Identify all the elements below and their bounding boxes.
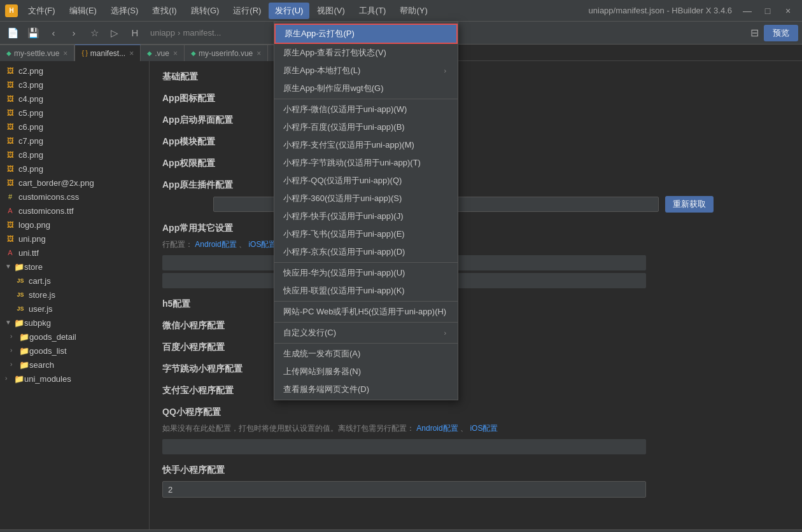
preview-button[interactable]: 预览 (764, 25, 798, 41)
tab-close[interactable]: × (63, 49, 67, 58)
folder-arrow: ▼ (5, 319, 13, 326)
menu-edit[interactable]: 编辑(E) (63, 3, 103, 19)
info-sep: 、 (239, 240, 246, 249)
tab-close3[interactable]: × (257, 49, 261, 58)
menu-native-local-package[interactable]: 原生App-本地打包(L) › (274, 62, 458, 80)
menu-mp-bytedance[interactable]: 小程序-字节跳动(仅适用于uni-app)(T) (274, 154, 458, 172)
tab-close2[interactable]: × (173, 49, 178, 58)
sidebar-folder-goods-list[interactable]: › 📁 goods_list (0, 344, 149, 358)
refresh-appid-button[interactable]: 重新获取 (665, 196, 714, 213)
menu-mp-alipay[interactable]: 小程序-支付宝(仅适用于uni-app)(M) (274, 136, 458, 154)
folder-name: store (24, 262, 43, 272)
menu-view[interactable]: 视图(V) (311, 3, 351, 19)
ios-config-link[interactable]: iOS配置 (248, 240, 276, 249)
tab-vue[interactable]: ◆ .vue × (141, 45, 185, 61)
menu-h5[interactable]: 网站-PC Web或手机H5(仅适用于uni-app)(H) (274, 303, 458, 321)
ttf-icon: A (5, 248, 15, 258)
sidebar-item-c6[interactable]: 🖼 c6.png (0, 120, 149, 134)
sidebar-item-store-js[interactable]: JS store.js (0, 288, 149, 302)
tab-vue-icon: ◆ (6, 50, 11, 57)
section-wechat-mp: 微信小程序配置 (162, 320, 789, 332)
tab-my-settle[interactable]: ◆ my-settle.vue × (0, 45, 74, 61)
sidebar-item-logo[interactable]: 🖼 logo.png (0, 218, 149, 232)
bookmark-button[interactable]: ☆ (85, 24, 103, 42)
sidebar-item-cart-js[interactable]: JS cart.js (0, 274, 149, 288)
tab-close-active[interactable]: × (129, 49, 134, 58)
menu-file[interactable]: 文件(F) (22, 3, 62, 19)
maximize-button[interactable]: □ (759, 4, 777, 18)
sidebar-folder-goods-detail[interactable]: › 📁 goods_detail (0, 330, 149, 344)
sidebar-item-c3[interactable]: 🖼 c3.png (0, 78, 149, 92)
folder-icon: 📁 (14, 374, 24, 384)
sidebar-item-user-js[interactable]: JS user.js (0, 302, 149, 316)
tab-manifest[interactable]: { } manifest... × (74, 45, 141, 61)
file-name: cart.js (29, 276, 51, 286)
statusbar: 小程序 - 微信 控制台 2041909905@qq.com ⊕ ⊙ ◫ ☰ ∧… (0, 529, 802, 532)
sidebar-item-customicons-css[interactable]: # customicons.css (0, 190, 149, 204)
sidebar-folder-subpkg[interactable]: ▼ 📁 subpkg (0, 316, 149, 330)
sidebar-folder-store[interactable]: ▼ 📁 store (0, 260, 149, 274)
menu-publish[interactable]: 发行(U) (269, 3, 309, 19)
menu-mp-baidu[interactable]: 小程序-百度(仅适用于uni-app)(B) (274, 118, 458, 136)
sidebar-item-c5[interactable]: 🖼 c5.png (0, 106, 149, 120)
menu-divider-1 (274, 99, 458, 99)
android-config-link[interactable]: Android配置 (195, 240, 236, 249)
filter-icon[interactable]: ⊟ (748, 24, 761, 41)
new-file-button[interactable]: 📄 (4, 24, 22, 42)
menu-quickapp-union[interactable]: 快应用-联盟(仅适用于uni-app)(K) (274, 282, 458, 300)
sidebar-folder-uni-modules[interactable]: › 📁 uni_modules (0, 372, 149, 386)
sidebar-item-c7[interactable]: 🖼 c7.png (0, 134, 149, 148)
menu-select[interactable]: 选择(S) (104, 3, 144, 19)
menu-run[interactable]: 运行(R) (227, 3, 267, 19)
menu-native-cloud-package[interactable]: 原生App-云打包(P) (274, 24, 458, 44)
submenu-arrow: › (444, 329, 447, 337)
minimize-button[interactable]: — (738, 4, 756, 18)
android-config-link-2[interactable]: Android配置 (416, 424, 458, 433)
menu-mp-qq[interactable]: 小程序-QQ(仅适用于uni-app)(Q) (274, 172, 458, 190)
sidebar-item-c9[interactable]: 🖼 c9.png (0, 162, 149, 176)
menu-mp-wechat[interactable]: 小程序-微信(仅适用于uni-app)(W) (274, 101, 458, 118)
sidebar-item-customicons-ttf[interactable]: A customicons.ttf (0, 204, 149, 218)
menu-native-check-cloud[interactable]: 原生App-查看云打包状态(V) (274, 44, 458, 62)
menu-custom-publish[interactable]: 自定义发行(C) › (274, 324, 458, 342)
file-name: c6.png (18, 122, 43, 132)
menu-mp-360[interactable]: 小程序-360(仅适用于uni-app)(S) (274, 190, 458, 207)
file-name: customicons.ttf (18, 206, 74, 216)
menu-generate-publish-page[interactable]: 生成统一发布页面(A) (274, 345, 458, 363)
menu-view-server-files[interactable]: 查看服务端网页文件(D) (274, 381, 458, 398)
menu-tools[interactable]: 工具(T) (353, 3, 393, 19)
title-bar: H 文件(F) 编辑(E) 选择(S) 查找(I) 跳转(G) 运行(R) 发行… (0, 0, 802, 22)
tab-userinfo[interactable]: ◆ my-userinfo.vue × (185, 45, 268, 61)
menu-quickapp-huawei[interactable]: 快应用-华为(仅适用于uni-app)(U) (274, 264, 458, 282)
version-select[interactable]: 2 (162, 481, 646, 498)
menu-goto[interactable]: 跳转(G) (185, 3, 226, 19)
run-menu-dropdown: 原生App-云打包(P) 原生App-查看云打包状态(V) 原生App-本地打包… (274, 22, 458, 400)
sidebar-item-c8[interactable]: 🖼 c8.png (0, 148, 149, 162)
file-name: c9.png (18, 164, 43, 174)
menu-mp-kuaishou[interactable]: 小程序-快手(仅适用于uni-app)(J) (274, 207, 458, 225)
back-button[interactable]: ‹ (45, 24, 62, 42)
menu-find[interactable]: 查找(I) (146, 3, 183, 19)
sidebar-item-cart-border[interactable]: 🖼 cart_border@2x.png (0, 176, 149, 190)
hbuilder-button[interactable]: H (126, 24, 144, 42)
content-area: 基础配置 App图标配置 App启动界面配置 App模块配置 App权限配置 A… (150, 61, 802, 529)
close-button[interactable]: × (779, 4, 797, 18)
menu-mp-jd[interactable]: 小程序-京东(仅适用于uni-app)(D) (274, 243, 458, 261)
sidebar-item-uni-ttf[interactable]: A uni.ttf (0, 246, 149, 260)
file-name: uni.png (18, 234, 46, 244)
ios-config-link-2[interactable]: iOS配置 (470, 424, 498, 433)
run-button[interactable]: ▷ (106, 24, 123, 42)
sidebar-item-c2[interactable]: 🖼 c2.png (0, 64, 149, 78)
sidebar-item-c4[interactable]: 🖼 c4.png (0, 92, 149, 106)
forward-button[interactable]: › (65, 24, 83, 42)
menu-help[interactable]: 帮助(Y) (393, 3, 433, 19)
file-name: user.js (29, 304, 53, 314)
info-note: 如果没有在此处配置，打包时将使用默认设置的值。离线打包需另行配置： (162, 424, 414, 433)
menu-upload-server[interactable]: 上传网站到服务器(N) (274, 363, 458, 381)
menu-native-wgt[interactable]: 原生App-制作应用wgt包(G) (274, 80, 458, 97)
png-icon: 🖼 (5, 122, 15, 132)
menu-mp-feishu[interactable]: 小程序-飞书(仅适用于uni-app)(E) (274, 225, 458, 243)
sidebar-item-uni-png[interactable]: 🖼 uni.png (0, 232, 149, 246)
save-button[interactable]: 💾 (24, 24, 42, 42)
sidebar-folder-search[interactable]: › 📁 search (0, 358, 149, 372)
